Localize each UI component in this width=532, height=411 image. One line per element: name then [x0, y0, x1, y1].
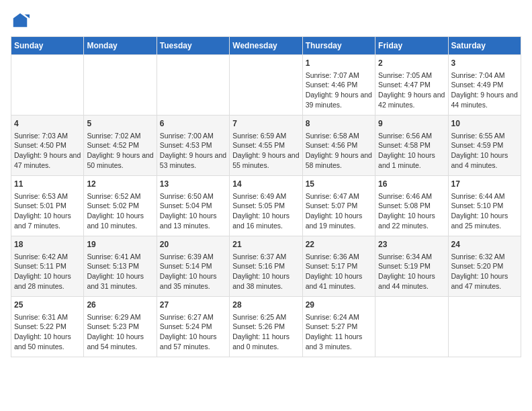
calendar-cell: 19Sunrise: 6:41 AMSunset: 5:13 PMDayligh…: [84, 236, 157, 297]
day-number: 27: [160, 300, 226, 311]
cell-content: 4Sunrise: 7:03 AMSunset: 4:50 PMDaylight…: [14, 118, 81, 171]
calendar-cell: [84, 55, 157, 116]
calendar-week-row: 11Sunrise: 6:53 AMSunset: 5:01 PMDayligh…: [11, 176, 521, 236]
calendar: SundayMondayTuesdayWednesdayThursdayFrid…: [11, 36, 521, 357]
day-number: 4: [14, 118, 81, 130]
cell-content: 21Sunrise: 6:37 AMSunset: 5:16 PMDayligh…: [232, 239, 299, 291]
cell-content: 24Sunrise: 6:32 AMSunset: 5:20 PMDayligh…: [451, 239, 518, 291]
cell-content: 8Sunrise: 6:58 AMSunset: 4:56 PMDaylight…: [306, 118, 372, 171]
calendar-week-row: 18Sunrise: 6:42 AMSunset: 5:11 PMDayligh…: [11, 236, 521, 297]
calendar-cell: 20Sunrise: 6:39 AMSunset: 5:14 PMDayligh…: [157, 236, 229, 297]
day-number: 23: [378, 239, 445, 250]
cell-content: 7Sunrise: 6:59 AMSunset: 4:55 PMDaylight…: [232, 118, 299, 171]
calendar-cell: 27Sunrise: 6:27 AMSunset: 5:24 PMDayligh…: [157, 297, 229, 357]
calendar-cell: 2Sunrise: 7:05 AMSunset: 4:47 PMDaylight…: [375, 55, 448, 116]
calendar-cell: [157, 55, 229, 116]
calendar-cell: [375, 297, 448, 357]
weekday-header: Friday: [375, 37, 448, 55]
calendar-cell: 6Sunrise: 7:00 AMSunset: 4:53 PMDaylight…: [157, 116, 229, 176]
calendar-cell: 3Sunrise: 7:04 AMSunset: 4:49 PMDaylight…: [448, 55, 521, 116]
cell-content: 10Sunrise: 6:55 AMSunset: 4:59 PMDayligh…: [451, 118, 518, 171]
calendar-cell: 24Sunrise: 6:32 AMSunset: 5:20 PMDayligh…: [448, 236, 521, 297]
cell-content: 26Sunrise: 6:29 AMSunset: 5:23 PMDayligh…: [87, 300, 153, 352]
cell-content: 19Sunrise: 6:41 AMSunset: 5:13 PMDayligh…: [87, 239, 153, 291]
calendar-cell: 16Sunrise: 6:46 AMSunset: 5:08 PMDayligh…: [375, 176, 448, 236]
cell-content: 15Sunrise: 6:47 AMSunset: 5:07 PMDayligh…: [306, 179, 372, 231]
calendar-cell: 9Sunrise: 6:56 AMSunset: 4:58 PMDaylight…: [375, 116, 448, 176]
svg-marker-0: [13, 13, 28, 28]
day-number: 16: [378, 179, 445, 190]
calendar-week-row: 1Sunrise: 7:07 AMSunset: 4:46 PMDaylight…: [11, 55, 521, 116]
day-number: 8: [306, 118, 372, 130]
day-number: 10: [451, 118, 518, 130]
calendar-cell: 28Sunrise: 6:25 AMSunset: 5:26 PMDayligh…: [230, 297, 302, 357]
day-number: 24: [451, 239, 518, 250]
cell-content: 5Sunrise: 7:02 AMSunset: 4:52 PMDaylight…: [87, 118, 153, 171]
cell-content: 23Sunrise: 6:34 AMSunset: 5:19 PMDayligh…: [378, 239, 445, 291]
calendar-cell: [448, 297, 521, 357]
day-number: 18: [14, 239, 81, 250]
weekday-header: Wednesday: [230, 37, 302, 55]
cell-content: 6Sunrise: 7:00 AMSunset: 4:53 PMDaylight…: [160, 118, 226, 171]
day-number: 29: [306, 300, 372, 311]
calendar-cell: 21Sunrise: 6:37 AMSunset: 5:16 PMDayligh…: [230, 236, 302, 297]
cell-content: 12Sunrise: 6:52 AMSunset: 5:02 PMDayligh…: [87, 179, 153, 231]
cell-content: 25Sunrise: 6:31 AMSunset: 5:22 PMDayligh…: [14, 300, 81, 352]
calendar-cell: 13Sunrise: 6:50 AMSunset: 5:04 PMDayligh…: [157, 176, 229, 236]
day-number: 22: [306, 239, 372, 250]
cell-content: 18Sunrise: 6:42 AMSunset: 5:11 PMDayligh…: [14, 239, 81, 291]
cell-content: 27Sunrise: 6:27 AMSunset: 5:24 PMDayligh…: [160, 300, 226, 352]
calendar-cell: 4Sunrise: 7:03 AMSunset: 4:50 PMDaylight…: [11, 116, 84, 176]
day-number: 12: [87, 179, 153, 190]
calendar-cell: 15Sunrise: 6:47 AMSunset: 5:07 PMDayligh…: [302, 176, 375, 236]
calendar-cell: 11Sunrise: 6:53 AMSunset: 5:01 PMDayligh…: [11, 176, 84, 236]
day-number: 9: [378, 118, 445, 130]
calendar-cell: 12Sunrise: 6:52 AMSunset: 5:02 PMDayligh…: [84, 176, 157, 236]
calendar-cell: 18Sunrise: 6:42 AMSunset: 5:11 PMDayligh…: [11, 236, 84, 297]
day-number: 15: [306, 179, 372, 190]
weekday-header: Monday: [84, 37, 157, 55]
cell-content: 28Sunrise: 6:25 AMSunset: 5:26 PMDayligh…: [232, 300, 299, 352]
calendar-cell: 14Sunrise: 6:49 AMSunset: 5:05 PMDayligh…: [230, 176, 302, 236]
day-number: 13: [160, 179, 226, 190]
day-number: 14: [232, 179, 299, 190]
calendar-cell: 23Sunrise: 6:34 AMSunset: 5:19 PMDayligh…: [375, 236, 448, 297]
calendar-week-row: 4Sunrise: 7:03 AMSunset: 4:50 PMDaylight…: [11, 116, 521, 176]
calendar-cell: 29Sunrise: 6:24 AMSunset: 5:27 PMDayligh…: [302, 297, 375, 357]
weekday-header: Sunday: [11, 37, 84, 55]
day-number: 20: [160, 239, 226, 250]
day-number: 25: [14, 300, 81, 311]
weekday-header: Tuesday: [157, 37, 229, 55]
day-number: 28: [232, 300, 299, 311]
day-number: 5: [87, 118, 153, 130]
calendar-cell: 7Sunrise: 6:59 AMSunset: 4:55 PMDaylight…: [230, 116, 302, 176]
cell-content: 20Sunrise: 6:39 AMSunset: 5:14 PMDayligh…: [160, 239, 226, 291]
cell-content: 17Sunrise: 6:44 AMSunset: 5:10 PMDayligh…: [451, 179, 518, 231]
calendar-cell: 5Sunrise: 7:02 AMSunset: 4:52 PMDaylight…: [84, 116, 157, 176]
calendar-week-row: 25Sunrise: 6:31 AMSunset: 5:22 PMDayligh…: [11, 297, 521, 357]
calendar-cell: [230, 55, 302, 116]
logo: [11, 11, 32, 30]
logo-icon: [11, 11, 30, 30]
cell-content: 22Sunrise: 6:36 AMSunset: 5:17 PMDayligh…: [306, 239, 372, 291]
day-number: 3: [451, 58, 518, 69]
header: [11, 11, 521, 30]
calendar-cell: 10Sunrise: 6:55 AMSunset: 4:59 PMDayligh…: [448, 116, 521, 176]
calendar-cell: 17Sunrise: 6:44 AMSunset: 5:10 PMDayligh…: [448, 176, 521, 236]
day-number: 17: [451, 179, 518, 190]
cell-content: 2Sunrise: 7:05 AMSunset: 4:47 PMDaylight…: [378, 58, 445, 110]
cell-content: 1Sunrise: 7:07 AMSunset: 4:46 PMDaylight…: [306, 58, 372, 110]
cell-content: 9Sunrise: 6:56 AMSunset: 4:58 PMDaylight…: [378, 118, 445, 171]
calendar-cell: 8Sunrise: 6:58 AMSunset: 4:56 PMDaylight…: [302, 116, 375, 176]
cell-content: 29Sunrise: 6:24 AMSunset: 5:27 PMDayligh…: [306, 300, 372, 352]
day-number: 26: [87, 300, 153, 311]
day-number: 6: [160, 118, 226, 130]
cell-content: 3Sunrise: 7:04 AMSunset: 4:49 PMDaylight…: [451, 58, 518, 110]
day-number: 1: [306, 58, 372, 69]
calendar-header-row: SundayMondayTuesdayWednesdayThursdayFrid…: [11, 37, 521, 55]
weekday-header: Thursday: [302, 37, 375, 55]
calendar-cell: 26Sunrise: 6:29 AMSunset: 5:23 PMDayligh…: [84, 297, 157, 357]
cell-content: 11Sunrise: 6:53 AMSunset: 5:01 PMDayligh…: [14, 179, 81, 231]
calendar-cell: 22Sunrise: 6:36 AMSunset: 5:17 PMDayligh…: [302, 236, 375, 297]
calendar-cell: 25Sunrise: 6:31 AMSunset: 5:22 PMDayligh…: [11, 297, 84, 357]
